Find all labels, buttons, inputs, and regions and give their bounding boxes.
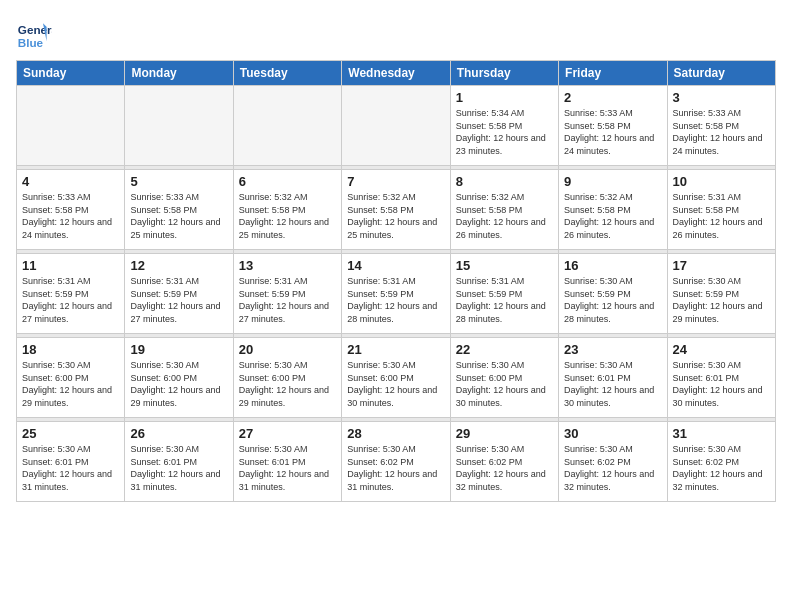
day-detail: Sunrise: 5:30 AM Sunset: 6:00 PM Dayligh… [239,359,336,409]
day-number: 21 [347,342,444,357]
calendar-cell: 31Sunrise: 5:30 AM Sunset: 6:02 PM Dayli… [667,422,775,502]
day-number: 7 [347,174,444,189]
day-number: 27 [239,426,336,441]
calendar-cell: 26Sunrise: 5:30 AM Sunset: 6:01 PM Dayli… [125,422,233,502]
day-detail: Sunrise: 5:32 AM Sunset: 5:58 PM Dayligh… [456,191,553,241]
calendar-table: SundayMondayTuesdayWednesdayThursdayFrid… [16,60,776,502]
calendar-cell: 14Sunrise: 5:31 AM Sunset: 5:59 PM Dayli… [342,254,450,334]
day-number: 16 [564,258,661,273]
day-detail: Sunrise: 5:30 AM Sunset: 5:59 PM Dayligh… [564,275,661,325]
day-number: 31 [673,426,770,441]
day-detail: Sunrise: 5:33 AM Sunset: 5:58 PM Dayligh… [564,107,661,157]
calendar-week-row: 4Sunrise: 5:33 AM Sunset: 5:58 PM Daylig… [17,170,776,250]
calendar-cell: 24Sunrise: 5:30 AM Sunset: 6:01 PM Dayli… [667,338,775,418]
calendar-cell: 7Sunrise: 5:32 AM Sunset: 5:58 PM Daylig… [342,170,450,250]
day-detail: Sunrise: 5:30 AM Sunset: 6:00 PM Dayligh… [456,359,553,409]
day-number: 17 [673,258,770,273]
calendar-cell: 4Sunrise: 5:33 AM Sunset: 5:58 PM Daylig… [17,170,125,250]
day-number: 23 [564,342,661,357]
day-detail: Sunrise: 5:33 AM Sunset: 5:58 PM Dayligh… [673,107,770,157]
calendar-cell: 21Sunrise: 5:30 AM Sunset: 6:00 PM Dayli… [342,338,450,418]
day-number: 3 [673,90,770,105]
calendar-cell: 27Sunrise: 5:30 AM Sunset: 6:01 PM Dayli… [233,422,341,502]
day-number: 5 [130,174,227,189]
day-number: 11 [22,258,119,273]
day-number: 30 [564,426,661,441]
day-number: 12 [130,258,227,273]
calendar-week-row: 18Sunrise: 5:30 AM Sunset: 6:00 PM Dayli… [17,338,776,418]
calendar-cell [125,86,233,166]
day-number: 29 [456,426,553,441]
col-header-tuesday: Tuesday [233,61,341,86]
calendar-cell: 1Sunrise: 5:34 AM Sunset: 5:58 PM Daylig… [450,86,558,166]
day-detail: Sunrise: 5:31 AM Sunset: 5:59 PM Dayligh… [456,275,553,325]
calendar-cell: 23Sunrise: 5:30 AM Sunset: 6:01 PM Dayli… [559,338,667,418]
day-number: 14 [347,258,444,273]
day-number: 15 [456,258,553,273]
col-header-monday: Monday [125,61,233,86]
day-detail: Sunrise: 5:30 AM Sunset: 6:00 PM Dayligh… [130,359,227,409]
day-detail: Sunrise: 5:31 AM Sunset: 5:59 PM Dayligh… [130,275,227,325]
day-detail: Sunrise: 5:31 AM Sunset: 5:59 PM Dayligh… [347,275,444,325]
col-header-wednesday: Wednesday [342,61,450,86]
day-detail: Sunrise: 5:31 AM Sunset: 5:58 PM Dayligh… [673,191,770,241]
day-detail: Sunrise: 5:30 AM Sunset: 6:01 PM Dayligh… [564,359,661,409]
day-detail: Sunrise: 5:30 AM Sunset: 6:01 PM Dayligh… [239,443,336,493]
col-header-sunday: Sunday [17,61,125,86]
day-detail: Sunrise: 5:32 AM Sunset: 5:58 PM Dayligh… [239,191,336,241]
col-header-saturday: Saturday [667,61,775,86]
day-number: 22 [456,342,553,357]
day-detail: Sunrise: 5:31 AM Sunset: 5:59 PM Dayligh… [239,275,336,325]
day-number: 25 [22,426,119,441]
day-number: 28 [347,426,444,441]
calendar-cell: 18Sunrise: 5:30 AM Sunset: 6:00 PM Dayli… [17,338,125,418]
calendar-cell: 12Sunrise: 5:31 AM Sunset: 5:59 PM Dayli… [125,254,233,334]
calendar-cell: 9Sunrise: 5:32 AM Sunset: 5:58 PM Daylig… [559,170,667,250]
calendar-cell: 16Sunrise: 5:30 AM Sunset: 5:59 PM Dayli… [559,254,667,334]
day-detail: Sunrise: 5:30 AM Sunset: 6:02 PM Dayligh… [347,443,444,493]
calendar-cell: 29Sunrise: 5:30 AM Sunset: 6:02 PM Dayli… [450,422,558,502]
day-detail: Sunrise: 5:30 AM Sunset: 6:00 PM Dayligh… [22,359,119,409]
calendar-week-row: 11Sunrise: 5:31 AM Sunset: 5:59 PM Dayli… [17,254,776,334]
day-number: 18 [22,342,119,357]
calendar-cell: 5Sunrise: 5:33 AM Sunset: 5:58 PM Daylig… [125,170,233,250]
day-detail: Sunrise: 5:33 AM Sunset: 5:58 PM Dayligh… [22,191,119,241]
calendar-cell: 11Sunrise: 5:31 AM Sunset: 5:59 PM Dayli… [17,254,125,334]
calendar-cell: 30Sunrise: 5:30 AM Sunset: 6:02 PM Dayli… [559,422,667,502]
day-number: 4 [22,174,119,189]
calendar-header-row: SundayMondayTuesdayWednesdayThursdayFrid… [17,61,776,86]
col-header-thursday: Thursday [450,61,558,86]
day-detail: Sunrise: 5:30 AM Sunset: 6:01 PM Dayligh… [130,443,227,493]
calendar-cell: 3Sunrise: 5:33 AM Sunset: 5:58 PM Daylig… [667,86,775,166]
calendar-cell: 25Sunrise: 5:30 AM Sunset: 6:01 PM Dayli… [17,422,125,502]
calendar-cell [17,86,125,166]
calendar-cell: 20Sunrise: 5:30 AM Sunset: 6:00 PM Dayli… [233,338,341,418]
day-detail: Sunrise: 5:30 AM Sunset: 5:59 PM Dayligh… [673,275,770,325]
day-number: 2 [564,90,661,105]
calendar-week-row: 1Sunrise: 5:34 AM Sunset: 5:58 PM Daylig… [17,86,776,166]
calendar-cell: 22Sunrise: 5:30 AM Sunset: 6:00 PM Dayli… [450,338,558,418]
calendar-cell: 6Sunrise: 5:32 AM Sunset: 5:58 PM Daylig… [233,170,341,250]
day-detail: Sunrise: 5:30 AM Sunset: 6:00 PM Dayligh… [347,359,444,409]
day-detail: Sunrise: 5:31 AM Sunset: 5:59 PM Dayligh… [22,275,119,325]
day-detail: Sunrise: 5:34 AM Sunset: 5:58 PM Dayligh… [456,107,553,157]
calendar-cell: 15Sunrise: 5:31 AM Sunset: 5:59 PM Dayli… [450,254,558,334]
day-detail: Sunrise: 5:33 AM Sunset: 5:58 PM Dayligh… [130,191,227,241]
day-detail: Sunrise: 5:32 AM Sunset: 5:58 PM Dayligh… [347,191,444,241]
day-number: 24 [673,342,770,357]
day-number: 8 [456,174,553,189]
calendar-cell [233,86,341,166]
svg-text:General: General [18,23,52,36]
day-detail: Sunrise: 5:30 AM Sunset: 6:02 PM Dayligh… [456,443,553,493]
day-detail: Sunrise: 5:30 AM Sunset: 6:01 PM Dayligh… [22,443,119,493]
logo-icon: General Blue [16,16,52,52]
calendar-week-row: 25Sunrise: 5:30 AM Sunset: 6:01 PM Dayli… [17,422,776,502]
calendar-cell [342,86,450,166]
day-detail: Sunrise: 5:30 AM Sunset: 6:01 PM Dayligh… [673,359,770,409]
logo: General Blue [16,16,52,52]
day-number: 10 [673,174,770,189]
calendar-cell: 8Sunrise: 5:32 AM Sunset: 5:58 PM Daylig… [450,170,558,250]
page-header: General Blue [16,16,776,52]
calendar-cell: 13Sunrise: 5:31 AM Sunset: 5:59 PM Dayli… [233,254,341,334]
calendar-cell: 2Sunrise: 5:33 AM Sunset: 5:58 PM Daylig… [559,86,667,166]
